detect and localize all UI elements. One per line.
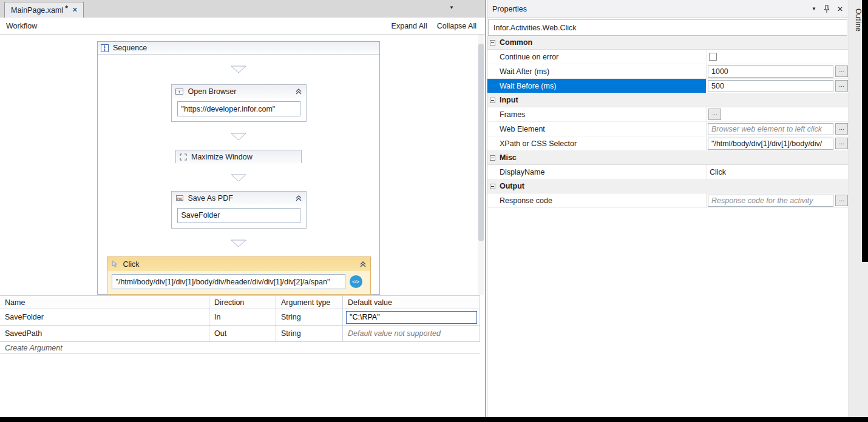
scrollbar-thumb[interactable] (478, 44, 484, 241)
desktop-edge (862, 0, 868, 262)
property-row-continue-on-error[interactable]: Continue on error (487, 50, 848, 64)
argument-name[interactable]: SavedPath (0, 326, 209, 341)
argument-row-savedpath[interactable]: SavedPath Out String Default value not s… (0, 326, 480, 342)
canvas-vertical-scrollbar[interactable] (478, 35, 484, 295)
property-label: Frames (487, 107, 707, 121)
create-argument-link[interactable]: Create Argument (0, 342, 480, 354)
pane-splitter[interactable] (485, 0, 486, 417)
sequence-title: Sequence (113, 44, 147, 52)
click-xpath-input[interactable] (112, 274, 345, 289)
collapse-chevron-icon[interactable] (295, 88, 302, 95)
open-browser-title: Open Browser (188, 87, 237, 96)
breadcrumb[interactable]: Workflow (6, 22, 37, 30)
argument-name[interactable]: SaveFolder (0, 309, 209, 325)
property-row-wait-after[interactable]: Wait After (ms) ... (487, 64, 848, 79)
property-row-wait-before[interactable]: Wait Before (ms) ... (487, 79, 848, 93)
document-list-caret-icon[interactable]: ▼ (449, 5, 454, 10)
section-misc[interactable]: Misc (487, 151, 848, 165)
save-as-pdf-icon: PDF (175, 194, 184, 202)
collapse-section-icon[interactable] (490, 40, 495, 45)
response-code-input[interactable] (708, 195, 833, 207)
collapse-chevron-icon[interactable] (295, 195, 302, 202)
section-output[interactable]: Output (487, 179, 848, 193)
section-input[interactable]: Input (487, 93, 848, 107)
displayname-value[interactable]: Click (708, 168, 726, 176)
property-row-web-element[interactable]: Web Element ... (487, 122, 848, 136)
flow-connector-arrow (231, 239, 246, 247)
open-browser-header[interactable]: Open Browser (172, 85, 306, 98)
save-folder-input[interactable] (177, 208, 300, 223)
ellipsis-button[interactable]: ... (708, 109, 721, 120)
svg-text:PDF: PDF (177, 197, 183, 201)
property-label: XPath or CSS Selector (487, 136, 706, 150)
document-tab-strip: MainPage.xaml * ✕ ▼ (0, 0, 486, 18)
properties-titlebar: Properties ▼ ✕ (487, 0, 848, 18)
designer-canvas: Sequence Open Browser (0, 35, 477, 295)
close-tab-icon[interactable]: ✕ (72, 6, 78, 14)
continue-on-error-checkbox[interactable] (709, 53, 717, 61)
maximize-window-title: Maximize Window (191, 153, 253, 161)
properties-title: Properties (492, 5, 527, 13)
column-header-direction[interactable]: Direction (209, 296, 276, 309)
column-header-name[interactable]: Name (0, 296, 209, 309)
tab-mainpage-xaml[interactable]: MainPage.xaml * ✕ (4, 2, 84, 18)
sequence-activity[interactable]: Sequence Open Browser (97, 41, 380, 295)
default-value-input[interactable] (346, 311, 477, 324)
ellipsis-button[interactable]: ... (835, 123, 848, 135)
save-as-pdf-header[interactable]: PDF Save As PDF (172, 192, 306, 205)
sequence-icon (101, 44, 109, 52)
argument-type[interactable]: String (276, 326, 343, 341)
property-label: Web Element (487, 122, 706, 136)
ellipsis-button[interactable]: ... (835, 65, 848, 77)
maximize-window-header[interactable]: Maximize Window (176, 150, 301, 164)
window-position-caret-icon[interactable]: ▼ (812, 6, 816, 12)
open-browser-activity[interactable]: Open Browser (171, 84, 307, 122)
argument-row-savefolder[interactable]: SaveFolder In String (0, 309, 480, 326)
close-panel-icon[interactable]: ✕ (837, 5, 843, 13)
ellipsis-button[interactable]: ... (835, 195, 848, 206)
flow-connector-arrow (231, 133, 246, 140)
property-row-response-code[interactable]: Response code ... (487, 193, 848, 208)
collapse-all-button[interactable]: Collapse All (437, 22, 476, 30)
click-activity-title: Click (123, 260, 140, 269)
arguments-header-row: Name Direction Argument type Default val… (0, 295, 480, 309)
open-browser-url-input[interactable] (177, 101, 300, 116)
pin-icon[interactable] (824, 5, 830, 13)
collapse-section-icon[interactable] (490, 184, 495, 189)
sequence-header[interactable]: Sequence (98, 42, 379, 55)
click-activity-selected[interactable]: Click </> (107, 256, 371, 295)
wait-after-input[interactable] (708, 65, 833, 78)
argument-direction[interactable]: In (209, 309, 276, 325)
wait-before-input[interactable] (708, 80, 833, 92)
collapse-chevron-icon[interactable] (359, 261, 367, 268)
cursor-click-icon (111, 260, 119, 268)
workflow-breadcrumb-bar: Workflow Expand All Collapse All (0, 18, 486, 35)
section-input-label: Input (500, 96, 518, 104)
expand-all-button[interactable]: Expand All (392, 22, 427, 30)
selected-activity-class: Infor.Activities.Web.Click (488, 19, 847, 36)
property-row-xpath[interactable]: XPath or CSS Selector ... (487, 136, 848, 151)
property-label: Response code (487, 193, 706, 207)
ellipsis-button[interactable]: ... (835, 138, 848, 149)
section-common-label: Common (500, 38, 532, 47)
save-as-pdf-activity[interactable]: PDF Save As PDF (171, 191, 307, 229)
argument-type[interactable]: String (276, 309, 343, 325)
code-editor-icon[interactable]: </> (350, 275, 362, 288)
collapse-section-icon[interactable] (490, 155, 495, 161)
argument-direction[interactable]: Out (209, 326, 276, 341)
section-common[interactable]: Common (487, 36, 848, 50)
collapse-section-icon[interactable] (490, 98, 495, 103)
property-row-displayname[interactable]: DisplayName Click (487, 165, 848, 179)
click-activity-header[interactable]: Click (107, 257, 370, 271)
open-browser-icon (175, 88, 184, 95)
web-element-input[interactable] (708, 123, 833, 135)
outline-tab[interactable]: Outline (854, 8, 863, 32)
modified-indicator: * (65, 4, 68, 13)
column-header-argument-type[interactable]: Argument type (276, 296, 343, 309)
xpath-selector-input[interactable] (708, 138, 833, 150)
ellipsis-button[interactable]: ... (835, 80, 848, 92)
column-header-default-value[interactable]: Default value (343, 296, 480, 309)
maximize-window-activity[interactable]: Maximize Window (175, 150, 302, 163)
property-row-frames[interactable]: Frames ... (487, 107, 848, 122)
section-misc-label: Misc (500, 153, 517, 162)
